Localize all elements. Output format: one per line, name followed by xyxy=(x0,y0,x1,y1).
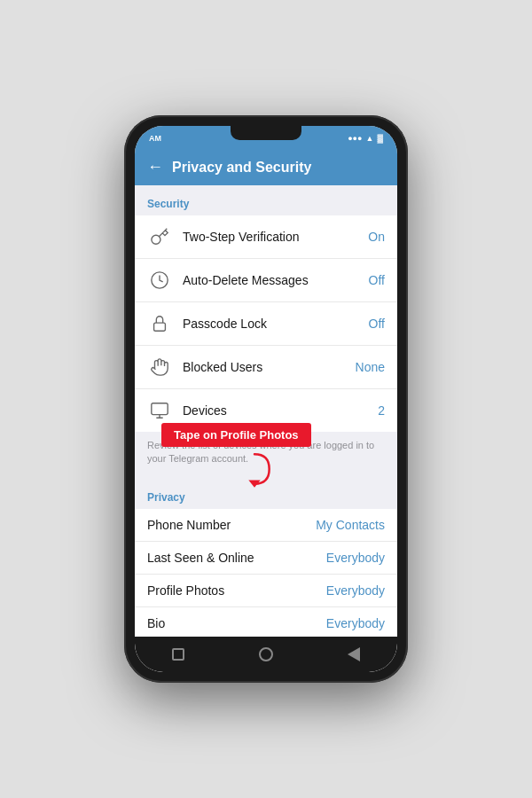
nav-home-icon xyxy=(259,647,273,661)
wifi-icon: ▲ xyxy=(366,134,374,143)
nav-square-button[interactable] xyxy=(165,645,192,663)
two-step-item[interactable]: Two-Step Verification On xyxy=(135,215,397,259)
passcode-value: Off xyxy=(369,317,385,331)
phone-frame: AM ●●● ▲ ▓ ← Privacy and Security Tape o… xyxy=(124,115,408,683)
nav-back-icon xyxy=(348,647,360,661)
annotation-arrow xyxy=(232,447,277,491)
signal-icon: ●●● xyxy=(348,134,362,143)
bottom-nav xyxy=(135,637,397,672)
content-wrapper: Tape on Profile Photos Security Two-Step… xyxy=(135,185,397,637)
nav-back-button[interactable] xyxy=(340,645,367,663)
bio-value: Everybody xyxy=(326,616,385,630)
notch xyxy=(231,126,301,140)
lastseen-value: Everybody xyxy=(326,551,385,565)
clock-icon xyxy=(147,268,172,293)
blocked-item[interactable]: Blocked Users None xyxy=(135,346,397,389)
lastseen-label: Last Seen & Online xyxy=(147,551,326,565)
devices-label: Devices xyxy=(183,403,378,418)
privacy-group: Phone Number My Contacts Last Seen & Onl… xyxy=(135,509,397,637)
nav-home-button[interactable] xyxy=(253,645,279,663)
blocked-value: None xyxy=(356,360,385,374)
page-header: ← Privacy and Security xyxy=(135,151,397,185)
passcode-label: Passcode Lock xyxy=(183,317,369,331)
security-group: Two-Step Verification On Auto-Delete Mes… xyxy=(135,215,397,432)
devices-value: 2 xyxy=(378,403,385,418)
blocked-label: Blocked Users xyxy=(183,360,356,374)
phone-label: Phone Number xyxy=(147,518,316,532)
profile-photos-item[interactable]: Profile Photos Everybody xyxy=(135,575,397,607)
auto-delete-item[interactable]: Auto-Delete Messages Off xyxy=(135,259,397,302)
security-section-header: Security xyxy=(135,185,397,215)
page-title: Privacy and Security xyxy=(172,160,311,176)
phone-item[interactable]: Phone Number My Contacts xyxy=(135,509,397,542)
phone-inner: AM ●●● ▲ ▓ ← Privacy and Security Tape o… xyxy=(135,126,397,672)
two-step-value: On xyxy=(368,230,385,244)
nav-square-icon xyxy=(172,648,184,661)
settings-content: Security Two-Step Verification On xyxy=(135,185,397,637)
status-time: AM xyxy=(149,134,161,143)
annotation-banner: Tape on Profile Photos xyxy=(161,423,311,447)
lock-icon xyxy=(147,311,172,336)
lastseen-item[interactable]: Last Seen & Online Everybody xyxy=(135,542,397,575)
auto-delete-value: Off xyxy=(369,273,385,287)
two-step-label: Two-Step Verification xyxy=(183,230,368,244)
back-button[interactable]: ← xyxy=(147,158,163,176)
battery-icon: ▓ xyxy=(377,134,383,143)
status-icons: ●●● ▲ ▓ xyxy=(348,134,383,143)
profile-photos-value: Everybody xyxy=(326,583,385,598)
passcode-item[interactable]: Passcode Lock Off xyxy=(135,302,397,346)
profile-photos-label: Profile Photos xyxy=(147,583,326,598)
phone-value: My Contacts xyxy=(316,518,385,532)
svg-rect-2 xyxy=(154,323,166,331)
key-icon xyxy=(147,224,172,249)
auto-delete-label: Auto-Delete Messages xyxy=(183,273,369,287)
bio-label: Bio xyxy=(147,616,326,630)
hand-icon xyxy=(147,355,172,379)
svg-rect-3 xyxy=(152,403,168,415)
devices-icon xyxy=(147,398,172,423)
bio-item[interactable]: Bio Everybody xyxy=(135,607,397,637)
